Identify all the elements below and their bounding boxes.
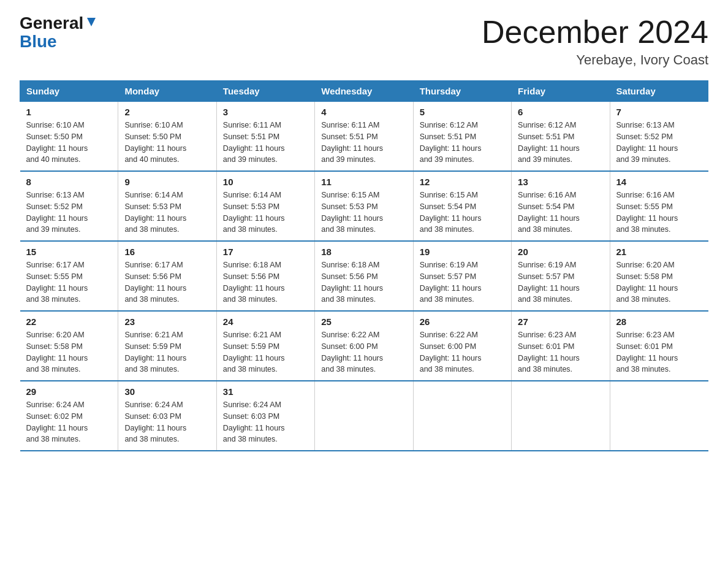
day-info: Sunrise: 6:12 AM Sunset: 5:51 PM Dayligh… xyxy=(420,120,505,166)
day-info: Sunrise: 6:14 AM Sunset: 5:53 PM Dayligh… xyxy=(124,190,210,236)
table-row: 20 Sunrise: 6:19 AM Sunset: 5:57 PM Dayl… xyxy=(512,241,610,311)
day-info: Sunrise: 6:17 AM Sunset: 5:56 PM Dayligh… xyxy=(124,259,210,305)
day-number: 21 xyxy=(616,247,702,257)
day-info: Sunrise: 6:21 AM Sunset: 5:59 PM Dayligh… xyxy=(223,329,308,375)
table-row: 16 Sunrise: 6:17 AM Sunset: 5:56 PM Dayl… xyxy=(118,241,216,311)
calendar-table: Sunday Monday Tuesday Wednesday Thursday… xyxy=(20,80,708,451)
table-row: 11 Sunrise: 6:15 AM Sunset: 5:53 PM Dayl… xyxy=(315,171,413,241)
day-info: Sunrise: 6:13 AM Sunset: 5:52 PM Dayligh… xyxy=(26,190,112,236)
title-block: December 2024 Yerebaye, Ivory Coast xyxy=(482,15,708,68)
table-row: 17 Sunrise: 6:18 AM Sunset: 5:56 PM Dayl… xyxy=(216,241,314,311)
calendar-week-row: 15 Sunrise: 6:17 AM Sunset: 5:55 PM Dayl… xyxy=(20,241,708,311)
table-row xyxy=(315,381,413,451)
calendar-header-row: Sunday Monday Tuesday Wednesday Thursday… xyxy=(20,81,708,102)
day-number: 13 xyxy=(518,177,603,187)
day-number: 10 xyxy=(223,177,308,187)
day-number: 27 xyxy=(518,316,603,327)
day-number: 16 xyxy=(124,247,210,257)
logo: General Blue xyxy=(20,15,98,50)
day-info: Sunrise: 6:15 AM Sunset: 5:53 PM Dayligh… xyxy=(321,190,406,236)
page-header: General Blue December 2024 Yerebaye, Ivo… xyxy=(20,15,708,68)
day-info: Sunrise: 6:10 AM Sunset: 5:50 PM Dayligh… xyxy=(26,120,112,166)
day-number: 4 xyxy=(321,107,406,117)
table-row: 12 Sunrise: 6:15 AM Sunset: 5:54 PM Dayl… xyxy=(413,171,511,241)
day-number: 19 xyxy=(420,247,505,257)
day-number: 5 xyxy=(420,107,505,117)
table-row: 8 Sunrise: 6:13 AM Sunset: 5:52 PM Dayli… xyxy=(20,171,118,241)
day-number: 24 xyxy=(223,316,308,327)
day-info: Sunrise: 6:12 AM Sunset: 5:51 PM Dayligh… xyxy=(518,120,603,166)
table-row xyxy=(610,381,708,451)
table-row: 31 Sunrise: 6:24 AM Sunset: 6:03 PM Dayl… xyxy=(216,381,314,451)
table-row: 13 Sunrise: 6:16 AM Sunset: 5:54 PM Dayl… xyxy=(512,171,610,241)
day-number: 7 xyxy=(616,107,702,117)
col-tuesday: Tuesday xyxy=(216,81,314,102)
day-info: Sunrise: 6:11 AM Sunset: 5:51 PM Dayligh… xyxy=(223,120,308,166)
day-number: 23 xyxy=(124,316,210,327)
day-number: 1 xyxy=(26,107,112,117)
table-row: 29 Sunrise: 6:24 AM Sunset: 6:02 PM Dayl… xyxy=(20,381,118,451)
day-info: Sunrise: 6:22 AM Sunset: 6:00 PM Dayligh… xyxy=(420,329,505,375)
table-row xyxy=(413,381,511,451)
calendar-subtitle: Yerebaye, Ivory Coast xyxy=(482,52,708,68)
day-number: 31 xyxy=(223,386,308,397)
calendar-week-row: 1 Sunrise: 6:10 AM Sunset: 5:50 PM Dayli… xyxy=(20,102,708,172)
day-info: Sunrise: 6:19 AM Sunset: 5:57 PM Dayligh… xyxy=(420,259,505,305)
table-row: 28 Sunrise: 6:23 AM Sunset: 6:01 PM Dayl… xyxy=(610,311,708,381)
day-info: Sunrise: 6:20 AM Sunset: 5:58 PM Dayligh… xyxy=(26,329,112,375)
table-row: 23 Sunrise: 6:21 AM Sunset: 5:59 PM Dayl… xyxy=(118,311,216,381)
calendar-week-row: 29 Sunrise: 6:24 AM Sunset: 6:02 PM Dayl… xyxy=(20,381,708,451)
day-number: 9 xyxy=(124,177,210,187)
day-number: 14 xyxy=(616,177,702,187)
table-row: 24 Sunrise: 6:21 AM Sunset: 5:59 PM Dayl… xyxy=(216,311,314,381)
col-friday: Friday xyxy=(512,81,610,102)
table-row: 15 Sunrise: 6:17 AM Sunset: 5:55 PM Dayl… xyxy=(20,241,118,311)
table-row: 22 Sunrise: 6:20 AM Sunset: 5:58 PM Dayl… xyxy=(20,311,118,381)
day-number: 3 xyxy=(223,107,308,117)
col-wednesday: Wednesday xyxy=(315,81,413,102)
table-row: 18 Sunrise: 6:18 AM Sunset: 5:56 PM Dayl… xyxy=(315,241,413,311)
table-row: 3 Sunrise: 6:11 AM Sunset: 5:51 PM Dayli… xyxy=(216,102,314,172)
table-row: 10 Sunrise: 6:14 AM Sunset: 5:53 PM Dayl… xyxy=(216,171,314,241)
day-info: Sunrise: 6:20 AM Sunset: 5:58 PM Dayligh… xyxy=(616,259,702,305)
day-info: Sunrise: 6:24 AM Sunset: 6:03 PM Dayligh… xyxy=(124,399,210,445)
col-saturday: Saturday xyxy=(610,81,708,102)
logo-part2: Blue xyxy=(20,33,57,50)
logo-part1: General xyxy=(20,15,83,32)
day-info: Sunrise: 6:11 AM Sunset: 5:51 PM Dayligh… xyxy=(321,120,406,166)
table-row: 4 Sunrise: 6:11 AM Sunset: 5:51 PM Dayli… xyxy=(315,102,413,172)
day-info: Sunrise: 6:23 AM Sunset: 6:01 PM Dayligh… xyxy=(616,329,702,375)
day-info: Sunrise: 6:10 AM Sunset: 5:50 PM Dayligh… xyxy=(124,120,210,166)
day-info: Sunrise: 6:18 AM Sunset: 5:56 PM Dayligh… xyxy=(321,259,406,305)
day-info: Sunrise: 6:18 AM Sunset: 5:56 PM Dayligh… xyxy=(223,259,308,305)
day-number: 18 xyxy=(321,247,406,257)
day-number: 28 xyxy=(616,316,702,327)
day-number: 25 xyxy=(321,316,406,327)
table-row: 21 Sunrise: 6:20 AM Sunset: 5:58 PM Dayl… xyxy=(610,241,708,311)
col-thursday: Thursday xyxy=(413,81,511,102)
day-info: Sunrise: 6:14 AM Sunset: 5:53 PM Dayligh… xyxy=(223,190,308,236)
day-info: Sunrise: 6:22 AM Sunset: 6:00 PM Dayligh… xyxy=(321,329,406,375)
day-info: Sunrise: 6:16 AM Sunset: 5:54 PM Dayligh… xyxy=(518,190,603,236)
table-row: 27 Sunrise: 6:23 AM Sunset: 6:01 PM Dayl… xyxy=(512,311,610,381)
table-row: 19 Sunrise: 6:19 AM Sunset: 5:57 PM Dayl… xyxy=(413,241,511,311)
table-row: 30 Sunrise: 6:24 AM Sunset: 6:03 PM Dayl… xyxy=(118,381,216,451)
day-info: Sunrise: 6:17 AM Sunset: 5:55 PM Dayligh… xyxy=(26,259,112,305)
day-info: Sunrise: 6:15 AM Sunset: 5:54 PM Dayligh… xyxy=(420,190,505,236)
table-row: 1 Sunrise: 6:10 AM Sunset: 5:50 PM Dayli… xyxy=(20,102,118,172)
day-info: Sunrise: 6:24 AM Sunset: 6:03 PM Dayligh… xyxy=(223,399,308,445)
day-info: Sunrise: 6:23 AM Sunset: 6:01 PM Dayligh… xyxy=(518,329,603,375)
table-row: 5 Sunrise: 6:12 AM Sunset: 5:51 PM Dayli… xyxy=(413,102,511,172)
day-number: 8 xyxy=(26,177,112,187)
day-number: 20 xyxy=(518,247,603,257)
day-info: Sunrise: 6:21 AM Sunset: 5:59 PM Dayligh… xyxy=(124,329,210,375)
day-number: 12 xyxy=(420,177,505,187)
day-number: 29 xyxy=(26,386,112,397)
col-sunday: Sunday xyxy=(20,81,118,102)
table-row: 25 Sunrise: 6:22 AM Sunset: 6:00 PM Dayl… xyxy=(315,311,413,381)
day-number: 22 xyxy=(26,316,112,327)
svg-marker-0 xyxy=(87,18,96,26)
table-row: 9 Sunrise: 6:14 AM Sunset: 5:53 PM Dayli… xyxy=(118,171,216,241)
table-row xyxy=(512,381,610,451)
table-row: 14 Sunrise: 6:16 AM Sunset: 5:55 PM Dayl… xyxy=(610,171,708,241)
